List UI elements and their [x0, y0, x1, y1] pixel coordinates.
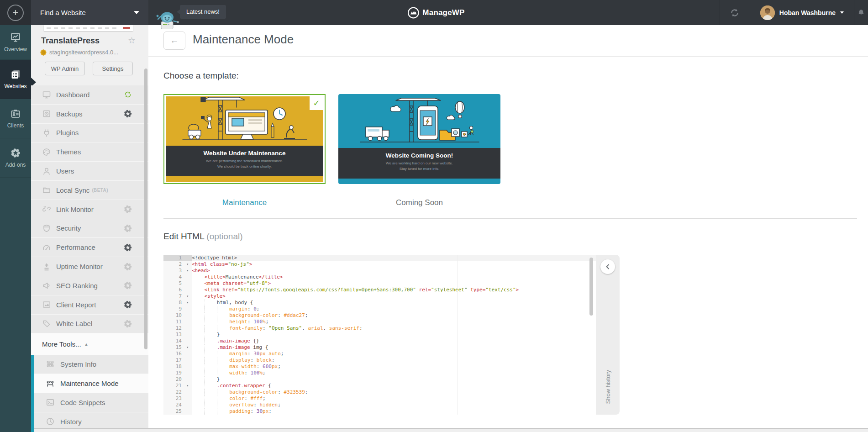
maintenance-template-card[interactable]: Website Under Maintenance We are perform… [163, 94, 326, 184]
menu-item-white-label[interactable]: White Label [31, 315, 148, 334]
coming-soon-template-label[interactable]: Coming Soon [338, 198, 500, 207]
rail-item-clients[interactable]: Clients [0, 99, 31, 138]
barrier-icon [46, 379, 55, 388]
sync-button[interactable] [720, 8, 750, 18]
line-number: 4 [163, 274, 192, 280]
code-line: width: 100%; [192, 370, 596, 376]
menu-item-performance[interactable]: Performance [31, 238, 148, 257]
code-line: font-family: "Open Sans", arial, sans-se… [192, 325, 596, 332]
maintenance-band-title: Website Under Maintenance [166, 150, 323, 157]
tool-item-label: System Info [60, 360, 96, 368]
line-number: 2▾ [163, 261, 192, 268]
rail-item-label: Add-ons [5, 162, 26, 168]
menu-item-plugins[interactable]: Plugins [31, 124, 148, 143]
maintenance-band-line2: We should be back online shortly. [166, 164, 323, 169]
menu-item-label: Performance [56, 243, 95, 251]
clock-icon [46, 417, 55, 426]
fold-toggle-icon[interactable]: ▾ [186, 293, 189, 300]
beta-badge: (BETA) [92, 188, 108, 193]
bottom-toolbar-edge [31, 428, 868, 432]
line-number: 3▾ [163, 268, 192, 274]
addon-badge-icon[interactable] [123, 300, 132, 309]
code-line: .main-image {} [192, 338, 596, 344]
thumbnail-logo [123, 27, 130, 29]
addon-badge-icon[interactable] [123, 109, 132, 118]
user-menu[interactable]: Hoban Washburne [750, 5, 854, 20]
menu-item-link-monitor[interactable]: Link Monitor [31, 200, 148, 219]
addon-badge-icon[interactable] [123, 281, 132, 290]
show-history-label[interactable]: Show history [605, 370, 611, 404]
history-collapse-button[interactable] [600, 259, 615, 274]
dashboard-icon [42, 90, 51, 99]
settings-button[interactable]: Settings [93, 62, 133, 75]
latest-news-tooltip[interactable]: Latest news! [180, 5, 226, 19]
code-line: margin: 0; [192, 306, 596, 312]
menu-item-label: Link Monitor [56, 205, 94, 213]
rail-item-websites[interactable]: Websites [0, 60, 31, 99]
rail-item-overview[interactable]: Overview [0, 25, 31, 60]
fold-toggle-icon[interactable]: ▾ [186, 383, 189, 389]
favorite-star-icon[interactable]: ☆ [128, 35, 136, 46]
code-line: <html class="no-js"> [192, 261, 596, 268]
tool-item-system-info[interactable]: System Info [31, 355, 148, 374]
menu-item-seo-ranking[interactable]: SEO Ranking [31, 276, 148, 295]
addon-badge-icon[interactable] [123, 262, 132, 271]
menu-item-themes[interactable]: Themes [31, 142, 148, 162]
addon-badge-icon[interactable] [123, 243, 132, 252]
add-website-button[interactable]: + [7, 5, 24, 21]
page-header: ← Maintenance Mode [148, 25, 868, 57]
fold-toggle-icon[interactable]: ▾ [186, 344, 189, 351]
menu-item-dashboard[interactable]: Dashboard [31, 85, 148, 105]
menu-item-label: Client Report [56, 301, 96, 309]
more-tools-toggle[interactable]: More Tools...▲ [31, 333, 148, 355]
tool-item-label: Code Snippets [60, 399, 105, 406]
line-number: 12 [163, 325, 192, 332]
line-number: 24 [163, 402, 192, 408]
coming-soon-band: Website Coming Soon! We are working hard… [338, 148, 500, 179]
code-line: html, body { [192, 300, 596, 306]
back-button[interactable]: ← [163, 32, 185, 50]
find-website-dropdown[interactable]: Find a Website [31, 0, 148, 25]
addon-badge-icon[interactable] [123, 224, 132, 233]
template-option-coming-soon: Website Coming Soon! We are working hard… [338, 94, 500, 207]
sidebar-scrollbar[interactable] [144, 68, 147, 349]
template-option-maintenance: Website Under Maintenance We are perform… [163, 94, 326, 207]
tool-item-code-snippets[interactable]: Code Snippets [31, 393, 148, 412]
latest-news-label: Latest news! [186, 8, 220, 15]
menu-item-users[interactable]: Users [31, 162, 148, 181]
menu-item-label: Themes [56, 148, 81, 156]
fold-toggle-icon[interactable]: ▾ [186, 300, 189, 306]
websites-icon [10, 69, 21, 80]
wp-admin-button[interactable]: WP Admin [45, 62, 85, 75]
code-line: <title>Maintenance</title> [192, 274, 596, 280]
menu-item-local-sync[interactable]: Local Sync(BETA) [31, 181, 148, 200]
tool-item-maintenance-mode[interactable]: Maintenance Mode [31, 374, 148, 393]
editor-scrollbar[interactable] [589, 258, 593, 316]
refresh-icon[interactable] [123, 90, 132, 99]
site-thumbnail[interactable] [44, 25, 133, 31]
menu-item-backups[interactable]: Backups [31, 105, 148, 124]
menu-item-uptime-monitor[interactable]: Uptime Monitor [31, 257, 148, 276]
line-number: 11 [163, 319, 192, 325]
section-divider [163, 218, 857, 219]
notifications-button[interactable] [854, 9, 868, 17]
addon-badge-icon[interactable] [123, 319, 132, 328]
code-line: } [192, 376, 596, 383]
line-number: 7▾ [163, 293, 192, 300]
html-code-editor[interactable]: 12▾3▾4567▾8▾9101112131415▾161718192021▾2… [163, 255, 596, 415]
fold-toggle-icon[interactable]: ▾ [186, 268, 189, 274]
code-line: color: #fff; [192, 395, 596, 402]
rail-item-add-ons[interactable]: Add-ons [0, 138, 31, 178]
maintenance-template-label[interactable]: Maintenance [163, 198, 326, 207]
addon-badge-icon[interactable] [123, 205, 132, 214]
menu-item-security[interactable]: Security [31, 219, 148, 238]
avatar [760, 5, 775, 20]
managewp-app: + Find a Website ManageWP [0, 0, 868, 432]
fold-toggle-icon[interactable]: ▾ [186, 261, 189, 268]
menu-item-client-report[interactable]: Client Report [31, 295, 148, 315]
coming-soon-band-title: Website Coming Soon! [338, 152, 500, 159]
site-menu: DashboardBackupsPluginsThemesUsersLocal … [31, 85, 148, 432]
site-url: stagingsitewordpress4.0... [49, 49, 118, 56]
main-content: ← Maintenance Mode Choose a template: [148, 25, 868, 432]
coming-soon-template-card[interactable]: Website Coming Soon! We are working hard… [338, 94, 500, 184]
